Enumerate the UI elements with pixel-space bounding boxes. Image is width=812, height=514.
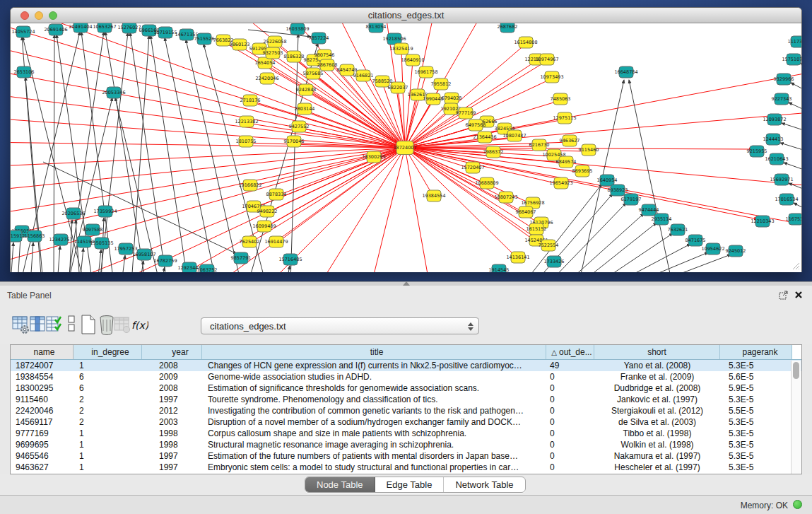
graph-node[interactable]: 7857224	[309, 33, 329, 44]
table-cell[interactable]: 9699695	[11, 439, 73, 450]
table-cell[interactable]: 2	[73, 416, 142, 428]
graph-node[interactable]: 6849574	[556, 156, 577, 168]
graph-node[interactable]: 20491404	[69, 23, 92, 33]
table-cell[interactable]: 1	[73, 439, 142, 450]
graph-node[interactable]: 1117345	[788, 36, 801, 47]
table-cell[interactable]: 1997	[142, 462, 202, 473]
graph-node[interactable]: 16099489	[252, 221, 276, 232]
table-cell[interactable]: 49	[546, 360, 594, 371]
graph-node[interactable]: 9329966	[774, 74, 794, 85]
column-header-year[interactable]: year	[142, 345, 202, 359]
column-header-title[interactable]: title	[202, 345, 546, 359]
new-table-icon[interactable]	[79, 314, 98, 335]
graph-node[interactable]: 18640910	[401, 54, 424, 66]
table-cell[interactable]: 2	[73, 405, 142, 416]
graph-node[interactable]: 2803144	[295, 103, 315, 115]
window-resize-grip[interactable]	[792, 262, 800, 270]
graph-node[interactable]: 18807243	[494, 192, 517, 203]
table-cell[interactable]: Disruption of a novel member of a sodium…	[202, 416, 546, 428]
graph-node[interactable]: 16648784	[614, 66, 637, 78]
table-cell[interactable]: 5.3E-5	[720, 416, 792, 428]
graph-node[interactable]: 12213382	[235, 116, 258, 127]
column-header-name[interactable]: name	[11, 345, 73, 359]
table-row[interactable]: 946554611997Estimation of the future num…	[11, 450, 801, 462]
graph-node[interactable]: 9245012	[726, 245, 746, 257]
graph-node[interactable]: 10688809	[475, 177, 498, 189]
table-cell[interactable]: 0	[546, 371, 594, 382]
table-cell[interactable]: 0	[546, 428, 594, 439]
table-cell[interactable]: 0	[546, 394, 594, 405]
graph-node[interactable]: 7986372	[483, 146, 504, 158]
graph-node[interactable]: 20691406	[44, 24, 67, 35]
graph-node[interactable]: 7625402	[240, 236, 260, 247]
graph-node[interactable]: 1733426	[544, 256, 565, 267]
graph-node[interactable]: 9684067	[516, 206, 536, 218]
table-cell[interactable]: Tourette syndrome. Phenomenology and cla…	[202, 394, 546, 405]
graph-node[interactable]: 2718176	[240, 95, 261, 106]
table-cell[interactable]: Estimation of significance thresholds fo…	[202, 382, 546, 394]
dropdown-stepper-icon[interactable]	[466, 321, 474, 332]
tab-network-table[interactable]: Network Table	[444, 477, 524, 492]
table-cell[interactable]: 1	[73, 428, 142, 439]
graph-node[interactable]: 7955812	[431, 78, 452, 90]
table-settings-icon[interactable]	[11, 314, 30, 335]
graph-node[interactable]: 9777169	[456, 107, 476, 119]
table-cell[interactable]: Hescheler et al. (1997)	[594, 462, 720, 473]
graph-node[interactable]: 9146821	[353, 70, 374, 81]
graph-node[interactable]: 9327503	[263, 47, 283, 59]
table-cell[interactable]: 1997	[142, 450, 202, 462]
graph-node[interactable]: 15751074	[782, 54, 801, 65]
column-checklist-icon[interactable]	[45, 314, 64, 335]
table-cell[interactable]: 5.3E-5	[720, 360, 792, 371]
window-titlebar[interactable]: citations_edges.txt	[11, 8, 801, 23]
graph-node[interactable]: 8186328	[284, 51, 305, 62]
table-cell[interactable]: Nakamura et al. (1997)	[594, 450, 720, 462]
table-row[interactable]: 1938455462009Genome-wide association stu…	[11, 371, 801, 382]
graph-node[interactable]: 10973493	[540, 71, 563, 83]
graph-node[interactable]: 9170046	[284, 136, 305, 147]
graph-node[interactable]: 6822037	[388, 82, 408, 93]
graph-node[interactable]: 2687682	[498, 23, 518, 33]
graph-node[interactable]: 9463627	[560, 135, 580, 146]
graph-node[interactable]: 16961758	[414, 66, 437, 78]
table-cell[interactable]: Estimation of the future numbers of pati…	[202, 450, 546, 462]
table-cell[interactable]: 2009	[142, 371, 202, 382]
table-cell[interactable]: 5.5E-5	[720, 405, 792, 416]
table-cell[interactable]: 5.3E-5	[720, 394, 792, 405]
table-cell[interactable]: 2	[73, 394, 142, 405]
column-header-short[interactable]: short	[594, 345, 720, 359]
citation-graph[interactable]: 1405572420691406204914041065326715276027…	[11, 23, 801, 272]
table-row[interactable]: 969969511998Structural magnetic resonanc…	[11, 439, 801, 450]
table-row[interactable]: 946362711997Embryonic stem cells: a mode…	[11, 462, 801, 473]
graph-node[interactable]: 15716485	[278, 254, 302, 265]
graph-node[interactable]: 8813054	[366, 23, 387, 33]
graph-node[interactable]: 1615152	[526, 223, 547, 235]
table-cell[interactable]: 6	[73, 382, 142, 394]
table-cell[interactable]: Corpus callosum shape and size in male p…	[202, 428, 546, 439]
graph-node[interactable]: 14055724	[11, 26, 35, 37]
graph-node[interactable]: 6794028	[442, 93, 462, 104]
table-cell[interactable]: 2003	[142, 416, 202, 428]
minimize-window-icon[interactable]	[35, 11, 43, 20]
graph-node[interactable]: 16154808	[514, 37, 537, 48]
graph-node[interactable]: 6497568	[466, 119, 486, 131]
table-selector-dropdown[interactable]: citations_edges.txt	[201, 317, 479, 334]
table-cell[interactable]: Genome-wide association studies in ADHD.	[202, 371, 546, 382]
table-cell[interactable]: Investigating the contribution of common…	[202, 405, 546, 416]
close-window-icon[interactable]	[20, 11, 29, 20]
import-table-icon[interactable]	[113, 314, 131, 335]
table-cell[interactable]: Changes of HCN gene expression and I(f) …	[202, 360, 546, 371]
graph-node[interactable]: 9427552	[289, 121, 310, 132]
table-row[interactable]: 2242004622012Investigating the contribut…	[11, 405, 801, 416]
graph-node[interactable]: 1167534	[786, 214, 801, 225]
graph-node[interactable]: 9860123	[230, 39, 250, 50]
table-cell[interactable]: Dudbridge et al. (2008)	[594, 382, 720, 394]
column-chooser-icon[interactable]	[28, 314, 47, 335]
table-cell[interactable]: 1	[73, 462, 142, 473]
column-header-in-degree[interactable]: in_degree	[73, 345, 142, 359]
graph-node[interactable]: 9242848	[296, 84, 317, 95]
graph-node[interactable]: 9097588	[83, 224, 103, 235]
graph-node[interactable]: 9498222	[257, 206, 278, 217]
graph-node[interactable]: 6216730	[529, 139, 550, 151]
table-cell[interactable]: 0	[546, 439, 594, 450]
